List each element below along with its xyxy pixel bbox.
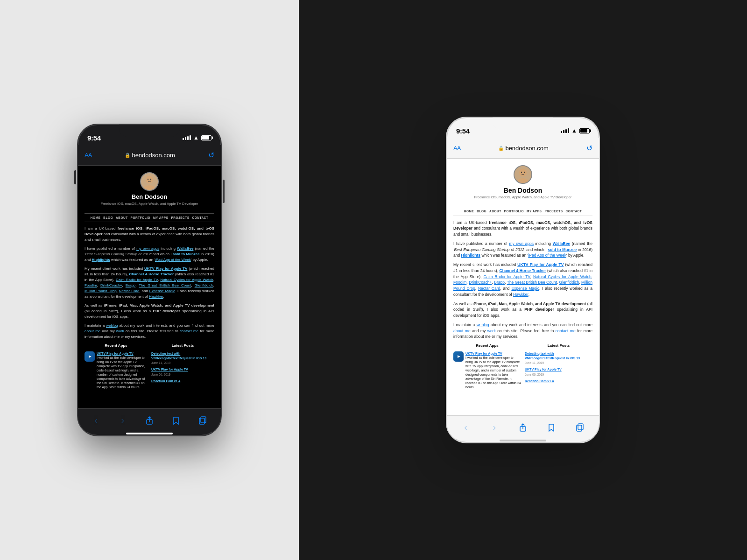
nav-myapps-light[interactable]: MY APPS bbox=[527, 209, 542, 213]
app-title-uktv[interactable]: UKTV Play for Apple TV bbox=[97, 351, 148, 356]
app-text-uktv: UKTV Play for Apple TV I worked as the s… bbox=[97, 351, 148, 390]
latest-posts-title: Latest Posts bbox=[151, 343, 214, 349]
status-time: 9:54 bbox=[87, 134, 101, 142]
url-bar[interactable]: 🔒 bendodson.com bbox=[125, 152, 175, 159]
profile-name: Ben Dodson bbox=[132, 193, 168, 202]
bottom-toolbar: ‹ › bbox=[78, 408, 221, 432]
app-desc-uktv: I worked as the sole developer to bring … bbox=[97, 356, 148, 390]
latest-posts-title-light: Latest Posts bbox=[525, 343, 592, 349]
bottom-toolbar-light: ‹ › bbox=[447, 415, 599, 439]
nav-myapps[interactable]: MY APPS bbox=[153, 216, 168, 220]
svg-point-4 bbox=[150, 179, 151, 180]
forward-button[interactable]: › bbox=[113, 411, 132, 430]
nav-portfolio-light[interactable]: PORTFOLIO bbox=[504, 209, 524, 213]
wifi-icon: ▲ bbox=[193, 134, 199, 141]
status-time-light: 9:54 bbox=[456, 127, 470, 135]
share-button-light[interactable] bbox=[514, 418, 532, 437]
signal-icon bbox=[183, 135, 191, 140]
status-icons-light: ▲ bbox=[561, 127, 590, 134]
aa-button[interactable]: AA bbox=[85, 152, 92, 159]
page-content: Ben Dodson Freelance iOS, macOS, Apple W… bbox=[78, 166, 221, 396]
app-title-uktv-light[interactable]: UKTV Play for Apple TV bbox=[465, 351, 521, 356]
post-title-3[interactable]: Reaction Cam v1.4 bbox=[151, 379, 214, 384]
paragraph-1: I am a UK-based freelance iOS, iPadOS, m… bbox=[85, 226, 214, 243]
refresh-button-light[interactable]: ↺ bbox=[586, 144, 592, 153]
post-date-2-light: June 06, 2019 bbox=[525, 372, 592, 377]
bookmarks-button-light[interactable] bbox=[542, 418, 561, 437]
home-indicator-light bbox=[447, 439, 599, 442]
url-text: bendodson.com bbox=[132, 152, 175, 159]
dark-phone-frame: 9:54 ▲ AA 🔒 bbox=[77, 124, 222, 436]
post-title-1-light[interactable]: Detecting text with VNRecognizeTextReque… bbox=[525, 351, 592, 361]
nav-projects[interactable]: PROJECTS bbox=[171, 216, 189, 220]
nav-contact-light[interactable]: CONTACT bbox=[565, 209, 582, 213]
profile-section: Ben Dodson Freelance iOS, macOS, Apple W… bbox=[85, 172, 214, 210]
bookmarks-button[interactable] bbox=[167, 411, 185, 430]
nav-projects-light[interactable]: PROJECTS bbox=[544, 209, 563, 213]
post-date-2: June 06, 2019 bbox=[151, 372, 214, 377]
url-text-light: bendodson.com bbox=[505, 145, 549, 152]
wifi-icon-light: ▲ bbox=[571, 127, 577, 134]
nav-contact[interactable]: CONTACT bbox=[192, 216, 208, 220]
post-title-3-light[interactable]: Reaction Cam v1.4 bbox=[525, 379, 592, 384]
paragraph-2-light: I have published a number of my own apps… bbox=[453, 241, 592, 259]
post-title-2[interactable]: UKTV Play for Apple TV bbox=[151, 367, 214, 372]
paragraph-5: I maintain a weblog about my work and in… bbox=[85, 323, 214, 340]
post-title-2-light[interactable]: UKTV Play for Apple TV bbox=[525, 367, 592, 372]
aa-button-light[interactable]: AA bbox=[453, 145, 460, 152]
browser-content-light[interactable]: Ben Dodson Freelance iOS, macOS, Apple W… bbox=[447, 159, 599, 415]
post-title-1[interactable]: Detecting text with VNRecognizeTextReque… bbox=[151, 351, 214, 361]
nav-home[interactable]: HOME bbox=[91, 216, 101, 220]
svg-point-1 bbox=[146, 176, 153, 183]
svg-point-3 bbox=[148, 179, 148, 180]
profile-section-light: Ben Dodson Freelance iOS, macOS, Apple W… bbox=[453, 165, 592, 203]
svg-point-11 bbox=[521, 172, 522, 173]
post-item-3-light: Reaction Cam v1.4 bbox=[525, 379, 592, 384]
recent-apps-section-light: Recent Apps ▶ UKTV Play for Apple TV I w… bbox=[453, 343, 521, 391]
nav-bar: HOME BLOG ABOUT PORTFOLIO MY APPS PROJEC… bbox=[85, 213, 214, 222]
browser-bar[interactable]: AA 🔒 bendodson.com ↺ bbox=[78, 145, 221, 166]
post-date-1: June 11, 2019 bbox=[151, 361, 214, 365]
post-item-1: Detecting text with VNRecognizeTextReque… bbox=[151, 351, 214, 365]
tabs-button[interactable] bbox=[193, 411, 212, 430]
home-indicator bbox=[78, 432, 221, 435]
app-item-1: ▶ UKTV Play for Apple TV I worked as the… bbox=[85, 351, 148, 390]
home-bar bbox=[126, 433, 173, 434]
app-item-1-light: ▶ UKTV Play for Apple TV I worked as the… bbox=[453, 351, 521, 390]
recent-apps-title-light: Recent Apps bbox=[453, 343, 521, 349]
left-panel: 9:54 ▲ AA 🔒 bbox=[0, 0, 299, 560]
battery-icon-light bbox=[579, 128, 590, 133]
notch-light bbox=[493, 118, 553, 130]
browser-bar-light[interactable]: AA 🔒 bendodson.com ↺ bbox=[447, 138, 599, 159]
refresh-button[interactable]: ↺ bbox=[208, 151, 214, 160]
status-icons: ▲ bbox=[183, 134, 211, 141]
recent-apps-title: Recent Apps bbox=[85, 343, 148, 349]
tabs-button-light[interactable] bbox=[571, 418, 589, 437]
bottom-sections-light: Recent Apps ▶ UKTV Play for Apple TV I w… bbox=[453, 343, 592, 391]
share-button[interactable] bbox=[140, 411, 159, 430]
nav-about-light[interactable]: ABOUT bbox=[489, 209, 501, 213]
post-item-2: UKTV Play for Apple TV June 06, 2019 bbox=[151, 367, 214, 377]
nav-home-light[interactable]: HOME bbox=[464, 209, 474, 213]
post-date-1-light: June 11, 2019 bbox=[525, 361, 592, 365]
svg-rect-15 bbox=[578, 424, 583, 430]
back-button[interactable]: ‹ bbox=[87, 411, 106, 430]
recent-apps-section: Recent Apps ▶ UKTV Play for Apple TV I w… bbox=[85, 343, 148, 391]
browser-content[interactable]: Ben Dodson Freelance iOS, macOS, Apple W… bbox=[78, 166, 221, 408]
dark-phone-outer: 9:54 ▲ AA 🔒 bbox=[77, 124, 222, 436]
nav-about[interactable]: ABOUT bbox=[116, 216, 128, 220]
svg-point-12 bbox=[524, 172, 525, 173]
lock-icon: 🔒 bbox=[125, 153, 130, 158]
forward-button-light[interactable]: › bbox=[485, 418, 504, 437]
right-panel: 9:54 ▲ AA 🔒 bbox=[299, 0, 747, 560]
post-item-1-light: Detecting text with VNRecognizeTextReque… bbox=[525, 351, 592, 365]
nav-blog[interactable]: BLOG bbox=[103, 216, 113, 220]
latest-posts-section-light: Latest Posts Detecting text with VNRecog… bbox=[525, 343, 592, 391]
home-bar-light bbox=[500, 440, 546, 441]
svg-rect-6 bbox=[199, 418, 204, 424]
app-icon-uktv-light: ▶ bbox=[453, 351, 464, 362]
nav-blog-light[interactable]: BLOG bbox=[477, 209, 486, 213]
url-bar-light[interactable]: 🔒 bendodson.com bbox=[498, 145, 549, 152]
nav-portfolio[interactable]: PORTFOLIO bbox=[131, 216, 150, 220]
back-button-light[interactable]: ‹ bbox=[457, 418, 475, 437]
